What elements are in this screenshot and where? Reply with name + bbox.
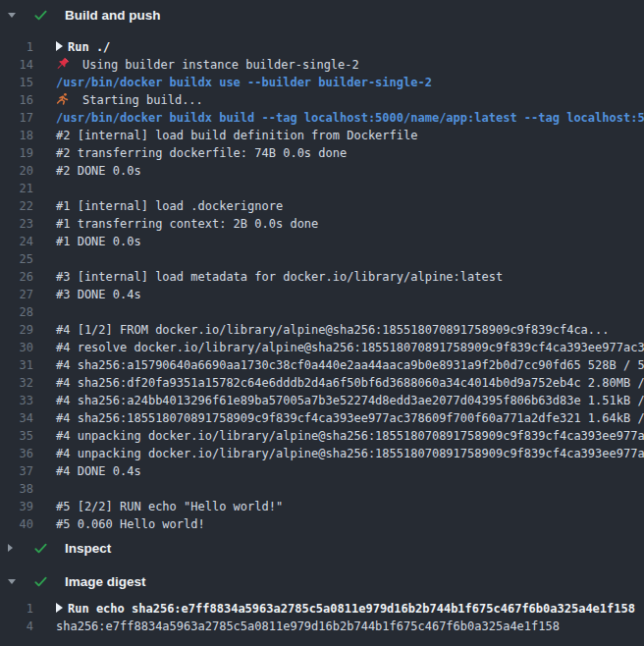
log-text: #4 unpacking docker.io/library/alpine@sh… xyxy=(56,445,644,462)
log-text: #4 sha256:185518070891758909c9f839cf4ca3… xyxy=(56,409,644,427)
line-number[interactable]: 40 xyxy=(0,515,33,533)
log-text: Run echo sha256:e7ff8834a5963a2785c5a081… xyxy=(56,600,635,618)
line-number[interactable]: 1 xyxy=(0,38,33,56)
line-number[interactable]: 26 xyxy=(0,268,33,286)
line-number[interactable]: 21 xyxy=(0,180,33,197)
line-number[interactable]: 32 xyxy=(0,374,33,392)
log-text: #1 DONE 0.0s xyxy=(56,233,141,250)
log-text: #5 [2/2] RUN echo "Hello world!" xyxy=(56,498,283,515)
log-text: #2 transferring dockerfile: 74B 0.0s don… xyxy=(56,144,347,162)
line-number[interactable]: 20 xyxy=(0,162,33,180)
log-text: #4 [1/2] FROM docker.io/library/alpine@s… xyxy=(56,321,610,339)
section-header-build-and-push[interactable]: Build and push xyxy=(0,0,644,29)
log-text: Starting build... xyxy=(56,91,203,109)
log-text: #2 [internal] load build definition from… xyxy=(56,127,417,144)
log-line: 28 xyxy=(0,303,644,321)
log-line: 1Run echo sha256:e7ff8834a5963a2785c5a08… xyxy=(0,600,644,618)
check-success-icon xyxy=(33,574,48,589)
section-header-image-digest[interactable]: Image digest xyxy=(0,566,644,596)
log-line: 1Run ./ xyxy=(0,38,644,56)
log-line: 33#4 sha256:a24bb4013296f61e89ba57005a7b… xyxy=(0,392,644,409)
section-header-inspect[interactable]: Inspect xyxy=(0,533,644,563)
log-text: Using builder instance builder-single-2 xyxy=(56,56,359,74)
log-text: #4 unpacking docker.io/library/alpine@sh… xyxy=(56,427,644,445)
line-number[interactable]: 23 xyxy=(0,215,33,233)
line-number[interactable]: 19 xyxy=(0,144,33,162)
line-number[interactable]: 36 xyxy=(0,445,33,462)
line-number[interactable]: 18 xyxy=(0,127,33,144)
log-line: 23#1 transferring context: 2B 0.0s done xyxy=(0,215,644,233)
log-text: sha256:e7ff8834a5963a2785c5a0811e979d16b… xyxy=(56,618,560,635)
log-line: 37#4 DONE 0.4s xyxy=(0,462,644,480)
log-line: 24#1 DONE 0.0s xyxy=(0,233,644,250)
log-text: #4 sha256:a24bb4013296f61e89ba57005a7b3e… xyxy=(56,392,644,409)
log-text: /usr/bin/docker buildx use --builder bui… xyxy=(56,74,432,91)
log-line: 38 xyxy=(0,480,644,498)
runner-icon xyxy=(56,92,71,106)
line-number[interactable]: 25 xyxy=(0,250,33,268)
chevron-down-icon[interactable] xyxy=(8,13,18,18)
actions-log-viewer: { "theme": { "background": "#262b33", "t… xyxy=(0,0,644,646)
log-line: 21 xyxy=(0,180,644,197)
line-number[interactable]: 15 xyxy=(0,74,33,91)
chevron-down-icon[interactable] xyxy=(8,579,18,584)
log-line: 17/usr/bin/docker buildx build --tag loc… xyxy=(0,109,644,127)
line-number[interactable]: 31 xyxy=(0,356,33,374)
expand-run-icon[interactable] xyxy=(56,41,63,51)
log-line: 35#4 unpacking docker.io/library/alpine@… xyxy=(0,427,644,445)
line-number[interactable]: 22 xyxy=(0,197,33,215)
line-number[interactable]: 30 xyxy=(0,339,33,356)
log-line: 40#5 0.060 Hello world! xyxy=(0,515,644,533)
log-text: #3 [internal] load metadata for docker.i… xyxy=(56,268,503,286)
log-line: 4sha256:e7ff8834a5963a2785c5a0811e979d16… xyxy=(0,618,644,635)
log-line: 14Using builder instance builder-single-… xyxy=(0,56,644,74)
log-line: 15/usr/bin/docker buildx use --builder b… xyxy=(0,74,644,91)
log-line: 31#4 sha256:a15790640a6690aa1730c38cf0a4… xyxy=(0,356,644,374)
log-line: 29#4 [1/2] FROM docker.io/library/alpine… xyxy=(0,321,644,339)
expand-run-icon[interactable] xyxy=(56,603,63,613)
log-text: /usr/bin/docker buildx build --tag local… xyxy=(56,109,644,127)
section-title: Inspect xyxy=(65,541,111,556)
section-build-and-push: Build and push 1Run ./14Using builder in… xyxy=(0,0,644,533)
line-number[interactable]: 29 xyxy=(0,321,33,339)
line-number[interactable]: 35 xyxy=(0,427,33,445)
line-number[interactable]: 39 xyxy=(0,498,33,515)
line-number[interactable]: 37 xyxy=(0,462,33,480)
line-number[interactable]: 27 xyxy=(0,286,33,303)
line-number[interactable]: 33 xyxy=(0,392,33,409)
line-number[interactable]: 4 xyxy=(0,618,33,635)
log-lines-image-digest: 1Run echo sha256:e7ff8834a5963a2785c5a08… xyxy=(0,596,644,635)
log-line: 27#3 DONE 0.4s xyxy=(0,286,644,303)
line-number[interactable]: 14 xyxy=(0,56,33,74)
log-text: #4 sha256:a15790640a6690aa1730c38cf0a440… xyxy=(56,356,644,374)
line-number[interactable]: 24 xyxy=(0,233,33,250)
pushpin-icon xyxy=(56,57,71,71)
log-text: Run ./ xyxy=(56,38,110,56)
log-line: 19#2 transferring dockerfile: 74B 0.0s d… xyxy=(0,144,644,162)
log-line: 39#5 [2/2] RUN echo "Hello world!" xyxy=(0,498,644,515)
log-text: #1 transferring context: 2B 0.0s done xyxy=(56,215,318,233)
section-inspect: Inspect xyxy=(0,533,644,563)
log-text: #4 sha256:df20fa9351a15782c64e6dddb2d4a6… xyxy=(56,374,644,392)
line-number[interactable]: 38 xyxy=(0,480,33,498)
line-number[interactable]: 34 xyxy=(0,409,33,427)
log-text: #2 DONE 0.0s xyxy=(56,162,141,180)
log-line: 16Starting build... xyxy=(0,91,644,109)
line-number[interactable]: 17 xyxy=(0,109,33,127)
log-text: #4 resolve docker.io/library/alpine@sha2… xyxy=(56,339,644,356)
check-success-icon xyxy=(33,8,48,23)
line-number[interactable]: 1 xyxy=(0,600,33,618)
line-number[interactable]: 16 xyxy=(0,91,33,109)
log-line: 30#4 resolve docker.io/library/alpine@sh… xyxy=(0,339,644,356)
section-title: Image digest xyxy=(65,574,146,589)
log-line: 20#2 DONE 0.0s xyxy=(0,162,644,180)
log-text: #5 0.060 Hello world! xyxy=(56,515,205,533)
line-number[interactable]: 28 xyxy=(0,303,33,321)
log-line: 25 xyxy=(0,250,644,268)
log-line: 22#1 [internal] load .dockerignore xyxy=(0,197,644,215)
log-line: 32#4 sha256:df20fa9351a15782c64e6dddb2d4… xyxy=(0,374,644,392)
chevron-right-icon[interactable] xyxy=(8,544,18,552)
check-success-icon xyxy=(33,541,48,556)
log-line: 18#2 [internal] load build definition fr… xyxy=(0,127,644,144)
log-text: #3 DONE 0.4s xyxy=(56,286,141,303)
